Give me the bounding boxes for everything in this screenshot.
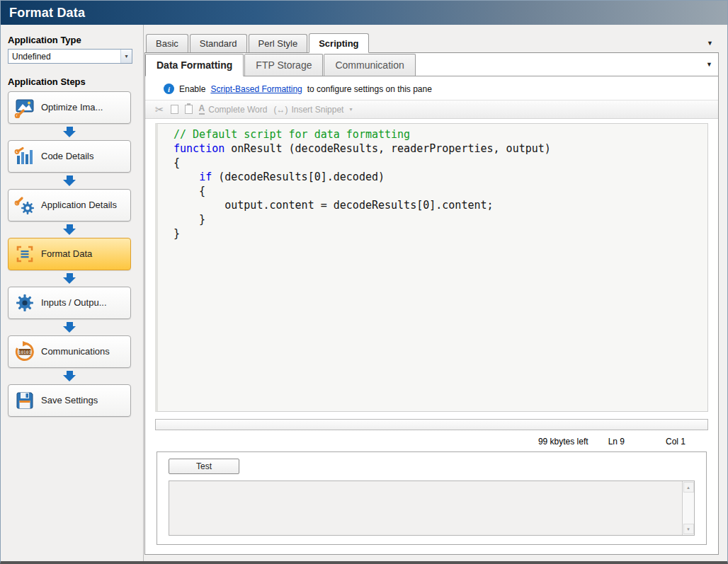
tab-data-formatting[interactable]: Data Formatting: [145, 54, 244, 76]
line-indicator: Ln 9: [608, 437, 625, 447]
code-line[interactable]: output.content = decodeResults[0].conten…: [174, 198, 702, 212]
scroll-up-icon: ▲: [686, 485, 690, 490]
cut-icon: ✂: [155, 103, 164, 116]
sidebar-step-format-data[interactable]: Format Data: [8, 238, 131, 270]
step-label: Save Settings: [41, 396, 98, 406]
code-line[interactable]: // Default script for data formatting: [174, 127, 702, 142]
chevron-down-icon[interactable]: ▾: [120, 50, 132, 63]
primary-tab-strip: Basic Standard Perl Style Scripting ▼: [144, 34, 719, 53]
step-label: Format Data: [41, 249, 92, 260]
tab-perl-style[interactable]: Perl Style: [249, 34, 308, 52]
application-steps-list: Optimize Ima... Code Det: [8, 91, 131, 417]
insert-snippet-button[interactable]: (↔) Insert Snippet ▾: [273, 105, 352, 115]
step-flow-arrow: [8, 322, 131, 333]
test-button[interactable]: Test: [169, 459, 239, 474]
step-flow-arrow: [8, 371, 131, 381]
code-line[interactable]: }: [174, 212, 702, 226]
primary-tabs-overflow-caret-icon[interactable]: ▼: [701, 40, 719, 47]
sidebar-step-code-details[interactable]: Code Details: [8, 140, 131, 173]
info-prefix-text: Enable: [179, 84, 205, 94]
step-label: Code Details: [41, 151, 93, 162]
application-type-value: Undefined: [12, 52, 51, 62]
complete-word-button[interactable]: A Complete Word: [199, 104, 268, 115]
script-based-formatting-link[interactable]: Script-Based Formatting: [210, 84, 302, 94]
scroll-down-icon: ▼: [686, 527, 690, 531]
step-label: Communications: [41, 347, 110, 357]
paste-button[interactable]: [185, 105, 193, 114]
code-editor[interactable]: // Default script for data formattingfun…: [155, 123, 708, 412]
copy-button[interactable]: [171, 105, 178, 114]
test-output-scrollbar[interactable]: ▲ ▼: [682, 481, 694, 535]
step-flow-arrow: [8, 175, 131, 186]
insert-snippet-icon: (↔): [273, 105, 288, 115]
step-flow-arrow: [8, 224, 131, 235]
secondary-tabs-overflow-caret-icon[interactable]: ▼: [700, 61, 718, 68]
app-window: Format Data Application Type Undefined ▾…: [0, 0, 728, 564]
window-titlebar: Format Data: [1, 1, 727, 25]
editor-toolbar: ✂ A Complete Word (↔) Insert Snippet ▾: [145, 100, 718, 119]
step-flow-arrow: [8, 127, 131, 137]
tab-basic[interactable]: Basic: [146, 34, 188, 52]
insert-snippet-label: Insert Snippet: [291, 105, 343, 115]
inputs-outputs-icon: [14, 292, 35, 313]
test-output[interactable]: ▲ ▼: [169, 480, 695, 536]
sidebar-step-optimize-image[interactable]: Optimize Ima...: [8, 91, 131, 124]
tab-communication[interactable]: Communication: [324, 54, 415, 76]
info-icon: i: [164, 84, 174, 94]
test-output-content[interactable]: [169, 481, 682, 535]
application-details-icon: [14, 195, 35, 216]
code-line[interactable]: }: [174, 226, 702, 241]
secondary-tab-strip: Data Formatting FTP Storage Communicatio…: [145, 53, 718, 76]
sidebar: Application Type Undefined ▾ Application…: [1, 25, 144, 561]
sidebar-step-save-settings[interactable]: Save Settings: [8, 384, 131, 417]
copy-icon: [171, 105, 178, 114]
main-area: Basic Standard Perl Style Scripting ▼ Da…: [144, 25, 727, 561]
code-line[interactable]: if (decodeResults[0].decoded): [174, 170, 702, 184]
communications-chip-text: 10101: [18, 350, 32, 355]
info-suffix-text: to configure settings on this pane: [307, 84, 432, 94]
sidebar-step-application-details[interactable]: Application Details: [8, 189, 131, 221]
sidebar-step-inputs-outputs[interactable]: Inputs / Outpu...: [8, 287, 131, 319]
step-label: Optimize Ima...: [41, 103, 103, 113]
column-indicator: Col 1: [666, 437, 686, 447]
application-type-select[interactable]: Undefined ▾: [8, 49, 132, 64]
save-settings-icon: [14, 390, 35, 411]
page-title: Format Data: [9, 6, 85, 21]
editor-status-bar: 99 kbytes left Ln 9 Col 1: [145, 430, 718, 450]
paste-icon: [185, 105, 193, 114]
cut-button[interactable]: ✂: [155, 103, 164, 116]
step-flow-arrow: [8, 273, 131, 284]
scroll-down-button[interactable]: ▼: [683, 524, 694, 534]
code-line[interactable]: {: [174, 184, 702, 198]
application-type-label: Application Type: [8, 35, 135, 45]
insert-snippet-caret-icon: ▾: [349, 106, 352, 113]
application-steps-label: Application Steps: [8, 76, 135, 87]
script-size-progress-bar: [155, 419, 708, 430]
code-line[interactable]: function onResult (decodeResults, reader…: [174, 142, 702, 156]
optimize-image-icon: [14, 97, 35, 118]
step-label: Application Details: [41, 200, 117, 211]
communications-icon: 10101: [14, 341, 35, 362]
step-label: Inputs / Outpu...: [41, 298, 107, 309]
complete-word-label: Complete Word: [208, 105, 267, 115]
code-line[interactable]: {: [174, 156, 702, 170]
format-data-icon: [14, 243, 35, 265]
complete-word-icon: A: [199, 104, 205, 115]
tab-scripting[interactable]: Scripting: [309, 33, 368, 53]
scroll-up-button[interactable]: ▲: [683, 482, 694, 493]
code-details-icon: [14, 146, 35, 167]
tab-ftp-storage[interactable]: FTP Storage: [244, 54, 323, 76]
bytes-left-text: 99 kbytes left: [538, 437, 588, 447]
info-bar: i Enable Script-Based Formatting to conf…: [145, 76, 718, 100]
test-panel: Test ▲ ▼: [157, 451, 707, 545]
sidebar-step-communications[interactable]: 10101 Communications: [8, 335, 131, 368]
tab-standard[interactable]: Standard: [190, 34, 247, 52]
scripting-page: Data Formatting FTP Storage Communicatio…: [144, 53, 719, 555]
